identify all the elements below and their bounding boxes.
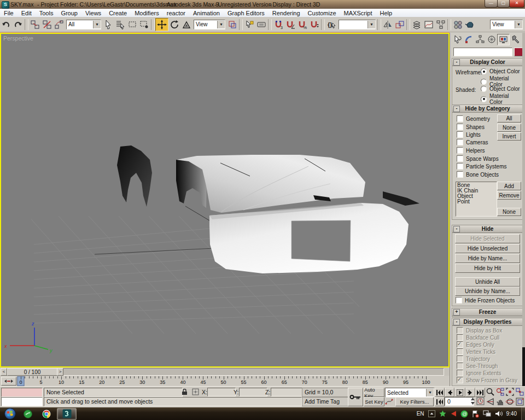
freeze-header[interactable]: + Freeze (452, 308, 523, 316)
tab-utilities[interactable] (510, 34, 521, 44)
set-keys-button[interactable] (348, 388, 363, 406)
backface-cull-checkbox[interactable]: Backface Cull (457, 334, 499, 341)
collapse-icon[interactable]: - (453, 106, 460, 112)
show-desktop-button[interactable] (521, 407, 525, 420)
chevron-down-icon[interactable]: ▼ (217, 21, 225, 28)
zoom-button[interactable] (486, 387, 495, 398)
next-frame-arrow[interactable]: > (57, 368, 63, 376)
y-coordinate-input[interactable] (239, 388, 267, 396)
maximize-viewport-toggle[interactable] (515, 397, 524, 407)
display-properties-header[interactable]: - Display Properties (452, 318, 523, 326)
panel-scrollbar[interactable] (522, 33, 525, 386)
angle-snap-toggle[interactable] (284, 19, 296, 31)
zoom-extents-all-button[interactable] (515, 387, 524, 398)
field-of-view-button[interactable] (486, 397, 495, 407)
collapse-icon[interactable]: - (453, 319, 460, 325)
display-as-box-checkbox[interactable]: Display as Box (457, 327, 502, 334)
snap-toggle-3d-button[interactable]: 3 (272, 19, 284, 31)
menu-create[interactable]: Create (105, 10, 131, 16)
auto-key-button[interactable]: Auto Key (364, 388, 384, 397)
previous-frame-button[interactable] (445, 388, 454, 397)
menu-rendering[interactable]: Rendering (269, 10, 304, 16)
schematic-view-button[interactable] (435, 19, 447, 31)
chevron-down-icon[interactable]: ▼ (426, 389, 434, 396)
menu-reactor[interactable]: reactor (163, 10, 189, 16)
undo-button[interactable] (0, 19, 12, 31)
pan-button[interactable] (495, 397, 505, 407)
bind-to-space-warp-icon[interactable] (53, 19, 65, 31)
mirror-button[interactable] (382, 19, 394, 31)
hide-frozen-objects-checkbox[interactable]: Hide Frozen Objects (456, 297, 515, 304)
go-to-start-button[interactable] (435, 388, 445, 397)
shaded-object-color-radio[interactable]: Object Color (481, 86, 520, 92)
tab-motion[interactable] (486, 34, 497, 44)
chevron-down-icon[interactable]: ▼ (515, 21, 522, 28)
tab-hierarchy[interactable] (474, 34, 486, 44)
selection-lock-toggle[interactable] (180, 388, 189, 397)
shaded-material-color-radio[interactable]: Material Color (481, 93, 523, 105)
selection-filter-dropdown[interactable]: All▼ (66, 20, 101, 30)
select-and-manipulate-button[interactable] (243, 19, 255, 31)
hide-by-hit-button[interactable]: Hide by Hit (455, 264, 520, 273)
show-frozen-in-gray-checkbox[interactable]: Show Frozen in Gray (457, 377, 517, 383)
menu-file[interactable]: File (0, 10, 18, 16)
unhide-all-button[interactable]: Unhide All (455, 277, 520, 287)
layer-manager-button[interactable] (411, 19, 423, 31)
category-none-button[interactable]: None (497, 124, 521, 132)
at-sign-tray-icon[interactable]: @ (460, 410, 468, 418)
redo-button[interactable] (12, 19, 24, 31)
time-slider-track[interactable] (7, 368, 444, 376)
category-all-button[interactable]: All (497, 114, 521, 122)
align-button[interactable] (394, 19, 406, 31)
rectangular-selection-region-button[interactable] (126, 19, 138, 31)
language-indicator[interactable]: EN (417, 411, 424, 417)
menu-edit[interactable]: Edit (18, 10, 36, 16)
frame-ruler[interactable]: 0510152025303540455055606570758085909510… (16, 376, 450, 386)
expand-icon[interactable]: + (453, 309, 460, 316)
list-item[interactable]: IK Chain Object (457, 188, 495, 199)
arc-rotate-button[interactable] (505, 397, 515, 407)
render-setup-button[interactable] (464, 19, 476, 31)
go-to-end-button[interactable] (475, 388, 485, 397)
taskbar-chrome[interactable] (38, 409, 55, 419)
set-key-button[interactable]: Set Key (364, 397, 384, 406)
play-animation-button[interactable] (454, 388, 465, 397)
category-lights-checkbox[interactable]: Lights (457, 131, 481, 138)
red-arrow-tray-icon[interactable] (450, 410, 457, 417)
category-bone-objects-checkbox[interactable]: Bone Objects (457, 171, 499, 178)
collapse-icon[interactable]: - (453, 59, 460, 66)
frame-spinner[interactable] (470, 397, 475, 405)
see-through-checkbox[interactable]: See-Through (457, 363, 498, 369)
reference-coordinate-dropdown[interactable]: View▼ (194, 20, 225, 30)
select-and-link-icon[interactable] (29, 19, 41, 31)
object-color-swatch[interactable] (514, 48, 523, 56)
hide-by-name-button[interactable]: Hide by Name... (455, 254, 520, 263)
percent-snap-toggle[interactable]: % (296, 19, 308, 31)
category-add-button[interactable]: Add (497, 182, 521, 190)
key-mode-dropdown[interactable]: Selected▼ (385, 388, 434, 398)
star-tray-icon[interactable] (439, 410, 446, 417)
edges-only-checkbox[interactable]: Edges Only (457, 341, 494, 348)
clock[interactable]: 9:40 (506, 411, 517, 417)
current-frame-input[interactable]: 0 (445, 397, 474, 406)
vertex-ticks-checkbox[interactable]: Vertex Ticks (457, 348, 495, 355)
tab-create[interactable] (451, 34, 463, 44)
menu-group[interactable]: Group (57, 10, 81, 16)
category-geometry-checkbox[interactable]: Geometry (457, 115, 490, 122)
maximize-button[interactable]: ▢ (497, 0, 510, 8)
collapse-icon[interactable]: - (453, 226, 460, 232)
select-and-rotate-button[interactable] (168, 19, 180, 31)
key-filters-button[interactable]: Key Filters... (395, 397, 434, 406)
mini-curve-editor-button[interactable] (1, 377, 16, 386)
menu-animation[interactable]: Animation (189, 10, 224, 16)
select-object-button[interactable] (102, 19, 114, 31)
edit-named-selection-sets-button[interactable]: {} (325, 19, 337, 31)
maxscript-mini-listener-white[interactable] (1, 397, 43, 406)
panel-scrollbar-thumb[interactable] (522, 347, 525, 386)
category-custom-list[interactable]: Bone IK Chain Object Point (456, 182, 497, 217)
wireframe-object-color-radio[interactable]: Object Color (481, 68, 520, 74)
unhide-by-name-button[interactable]: Unhide by Name... (455, 287, 520, 296)
taskbar-3dsmax-active[interactable] (57, 408, 77, 420)
taskbar-app-green[interactable] (20, 409, 36, 419)
action-center-flag-icon[interactable] (472, 410, 479, 418)
